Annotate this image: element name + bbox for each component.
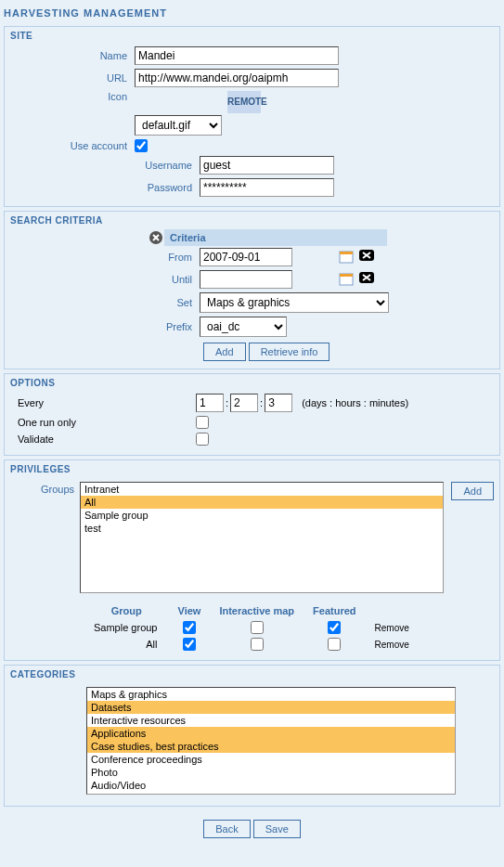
name-input[interactable]: [135, 46, 339, 65]
groups-listbox[interactable]: IntranetAllSample grouptest: [80, 482, 444, 593]
categories-title: CATEGORIES: [5, 666, 499, 683]
list-item[interactable]: test: [81, 522, 443, 535]
col-inter: Interactive map: [210, 602, 304, 619]
options-title: OPTIONS: [5, 374, 499, 392]
list-item[interactable]: Sample group: [81, 509, 443, 522]
page-title: HARVESTING MANAGEMENT: [0, 0, 504, 22]
name-label: Name: [5, 50, 135, 61]
close-icon[interactable]: [148, 229, 164, 246]
site-section: SITE Name URL Icon REMOTE default.gif Us…: [4, 26, 500, 207]
list-item[interactable]: Intranet: [81, 483, 443, 496]
icon-select[interactable]: default.gif: [135, 115, 222, 136]
categories-listbox[interactable]: Maps & graphicsDatasetsInteractive resou…: [86, 687, 456, 795]
url-label: URL: [5, 72, 135, 84]
save-button[interactable]: Save: [253, 820, 301, 838]
retrieve-info-button[interactable]: Retrieve info: [249, 343, 330, 361]
every-label: Every: [5, 397, 125, 408]
from-label: From: [5, 252, 200, 263]
add-criteria-button[interactable]: Add: [203, 343, 246, 361]
add-group-button[interactable]: Add: [451, 482, 494, 500]
every-hint: (days : hours : minutes): [302, 397, 408, 408]
remove-link[interactable]: Remove: [375, 623, 409, 633]
list-item[interactable]: All: [81, 496, 443, 509]
password-input[interactable]: [200, 178, 334, 197]
table-row: AllRemove: [84, 636, 419, 653]
back-button[interactable]: Back: [203, 820, 250, 838]
password-label: Password: [5, 182, 200, 193]
view-checkbox[interactable]: [183, 621, 196, 634]
col-group: Group: [84, 602, 169, 619]
validate-label: Validate: [5, 434, 125, 445]
until-input[interactable]: [200, 270, 292, 289]
until-label: Until: [5, 274, 200, 285]
col-view: View: [169, 602, 211, 619]
list-item[interactable]: Applications: [87, 727, 455, 740]
group-name: All: [84, 636, 169, 653]
use-account-label: Use account: [5, 140, 135, 151]
from-input[interactable]: [200, 248, 292, 266]
privileges-title: PRIVILEGES: [5, 460, 499, 478]
site-section-title: SITE: [5, 27, 499, 45]
prefix-select[interactable]: oai_dc: [200, 317, 287, 337]
calendar-icon[interactable]: [339, 272, 354, 287]
svg-rect-2: [340, 252, 353, 254]
url-input[interactable]: [135, 69, 339, 87]
set-label: Set: [5, 297, 200, 308]
every-days-input[interactable]: [196, 394, 224, 412]
remove-link[interactable]: Remove: [375, 640, 409, 650]
one-run-checkbox[interactable]: [196, 416, 209, 429]
every-minutes-input[interactable]: [265, 394, 292, 412]
remote-icon: REMOTE: [227, 91, 261, 113]
clear-date-icon[interactable]: [359, 250, 374, 265]
list-item[interactable]: Maps & graphics: [87, 688, 455, 701]
svg-rect-5: [340, 274, 353, 277]
clear-date-icon[interactable]: [359, 272, 374, 287]
footer-buttons: Back Save: [0, 810, 504, 848]
list-item[interactable]: Photo: [87, 766, 455, 779]
validate-checkbox[interactable]: [196, 433, 209, 446]
privileges-section: PRIVILEGES Groups IntranetAllSample grou…: [4, 459, 500, 661]
search-criteria-section: SEARCH CRITERIA Criteria From Until Set …: [4, 211, 500, 369]
categories-section: CATEGORIES Maps & graphicsDatasetsIntera…: [4, 665, 500, 807]
list-item[interactable]: Case studies, best practices: [87, 740, 455, 753]
username-label: Username: [5, 160, 200, 171]
inter-checkbox[interactable]: [251, 621, 264, 634]
groups-label: Groups: [10, 482, 80, 495]
group-name: Sample group: [84, 619, 169, 636]
col-feat: Featured: [304, 602, 365, 619]
one-run-label: One run only: [5, 417, 125, 428]
list-item[interactable]: Datasets: [87, 701, 455, 714]
feat-checkbox[interactable]: [328, 621, 341, 634]
every-hours-input[interactable]: [230, 394, 258, 412]
icon-label: Icon: [5, 91, 135, 102]
list-item[interactable]: Conference proceedings: [87, 753, 455, 766]
options-section: OPTIONS Every : : (days : hours : minute…: [4, 373, 500, 456]
prefix-label: Prefix: [5, 321, 200, 332]
calendar-icon[interactable]: [339, 250, 354, 265]
list-item[interactable]: Interactive resources: [87, 714, 455, 727]
list-item[interactable]: Audio/Video: [87, 779, 455, 792]
set-select[interactable]: Maps & graphics: [200, 292, 389, 313]
table-row: Sample groupRemove: [84, 619, 419, 636]
criteria-header: Criteria: [164, 229, 387, 246]
use-account-checkbox[interactable]: [135, 139, 148, 152]
feat-checkbox[interactable]: [328, 638, 341, 651]
search-criteria-title: SEARCH CRITERIA: [5, 212, 499, 229]
privileges-table: Group View Interactive map Featured Samp…: [84, 602, 419, 653]
view-checkbox[interactable]: [183, 638, 196, 651]
inter-checkbox[interactable]: [251, 638, 264, 651]
username-input[interactable]: [200, 156, 334, 175]
